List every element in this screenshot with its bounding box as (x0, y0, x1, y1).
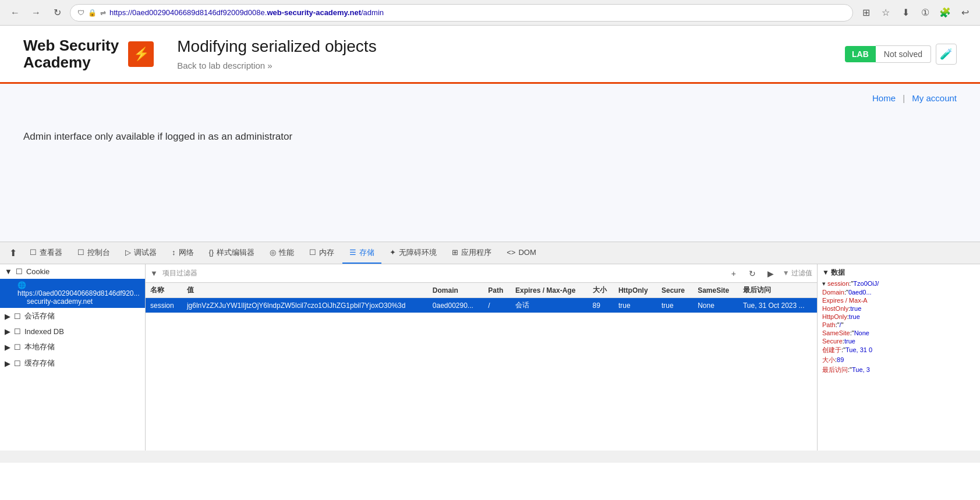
cookie-domain-item[interactable]: 🌐 https://0aed00290406689d8146df920... s… (0, 279, 145, 308)
lab-status: LAB Not solved 🧪 (845, 44, 957, 65)
page-content: Admin interface only available if logged… (0, 108, 980, 242)
forward-button[interactable]: → (28, 5, 44, 21)
tab-style-label: 样式编辑器 (217, 247, 254, 258)
filter-placeholder[interactable]: 项目过滤器 (162, 268, 197, 278)
session-storage-label: 会话存储 (24, 311, 55, 321)
cookie-domain-sub: security-academy.net (17, 297, 93, 306)
table-row[interactable]: session jg6lnVzZXJuYW1lIjtzOjY6lndpZW5lc… (146, 298, 817, 313)
security-icon: 🛡 (77, 9, 84, 17)
url-prefix: https://0aed00290406689d8146df92009d008e… (109, 8, 267, 17)
delete-button[interactable]: ▶ (764, 267, 778, 281)
data-key-last-access: 最后访问 (822, 366, 848, 373)
data-key-samesite: SameSite (822, 329, 850, 336)
data-key-expires: Expires / Max-A (822, 297, 868, 304)
local-db-icon: ☐ (14, 343, 21, 352)
col-path: Path (483, 283, 511, 298)
data-panel: ▼ 数据 ▾ session:"Tzo0OiJ/ Domain:"0aed0..… (817, 264, 980, 451)
data-colon8: :" (841, 346, 845, 353)
my-account-link[interactable]: My account (912, 93, 957, 103)
data-key-secure: Secure (822, 338, 843, 345)
devtools-tabs: ⬆ ☐ 查看器 ☐ 控制台 ▷ 调试器 ↕ 网络 {} 样式编辑器 ◎ 性能 ☐… (0, 242, 980, 264)
cell-last-accessed: Tue, 31 Oct 2023 ... (738, 298, 817, 313)
indexed-db-group[interactable]: ▶ ☐ Indexed DB (0, 324, 145, 339)
logo-area: Web SecurityAcademy ⚡ (23, 37, 154, 70)
tab-network-label: 网络 (179, 247, 194, 258)
download-button[interactable]: ⬇ (897, 5, 914, 21)
star-button[interactable]: ☆ (878, 5, 894, 21)
tab-application[interactable]: ⊞ 应用程序 (445, 242, 498, 264)
local-expand-arrow: ▶ (5, 343, 10, 352)
tab-inspector[interactable]: ☐ 查看器 (23, 242, 69, 264)
devtools-panel: ⬆ ☐ 查看器 ☐ 控制台 ▷ 调试器 ↕ 网络 {} 样式编辑器 ◎ 性能 ☐… (0, 242, 980, 463)
network-icon: ↕ (172, 248, 176, 257)
tab-debugger-label: 调试器 (134, 247, 157, 258)
application-icon: ⊞ (452, 248, 458, 257)
col-expires: Expires / Max-Age (511, 283, 588, 298)
tab-dom[interactable]: <> DOM (500, 242, 543, 264)
chrome-actions: ⊞ ☆ ⬇ ① 🧩 ↩ (858, 5, 973, 21)
refresh-button[interactable]: ↻ (745, 267, 759, 281)
table-header: 名称 值 Domain Path Expires / Max-Age 大小 Ht… (146, 283, 817, 298)
filter-value-label: ▼ 过滤值 (783, 268, 812, 278)
data-created: 创建于:"Tue, 31 0 (822, 346, 975, 354)
page-header: Web SecurityAcademy ⚡ Modifying serializ… (0, 26, 980, 84)
browser-chrome: ← → ↻ 🛡 🔒 ⇌ https://0aed00290406689d8146… (0, 0, 980, 26)
tab-debugger[interactable]: ▷ 调试器 (118, 242, 164, 264)
indexed-db-label: Indexed DB (24, 327, 64, 336)
memory-icon: ☐ (309, 248, 316, 257)
style-icon: {} (209, 248, 214, 257)
storage-sidebar: ▼ ☐ Cookie 🌐 https://0aed00290406689d814… (0, 264, 146, 451)
cookie-db-icon: ☐ (16, 267, 23, 276)
tab-network[interactable]: ↕ 网络 (165, 242, 201, 264)
tab-performance[interactable]: ◎ 性能 (263, 242, 301, 264)
data-hostonly: HostOnly:true (822, 305, 975, 312)
flask-button[interactable]: 🧪 (936, 44, 957, 65)
session-storage-group[interactable]: ▶ ☐ 会话存储 (0, 308, 145, 324)
tab-memory[interactable]: ☐ 内存 (302, 242, 341, 264)
cell-samesite: None (693, 298, 738, 313)
data-key-httponly: HttpOnly (822, 313, 847, 320)
data-value-session: Tzo0OiJ/ (853, 280, 879, 287)
data-panel-title: ▼ 数据 (822, 268, 975, 278)
lab-title: Modifying serialized objects (177, 37, 822, 56)
data-arrow: ▾ (822, 280, 827, 287)
admin-message: Admin interface only available if logged… (23, 119, 957, 143)
dom-icon: <> (507, 248, 515, 257)
home-link[interactable]: Home (872, 93, 896, 103)
back-to-lab-link[interactable]: Back to lab description » (177, 61, 822, 70)
extensions-button[interactable]: 🧩 (937, 5, 953, 21)
tab-console[interactable]: ☐ 控制台 (70, 242, 117, 264)
session-db-icon: ☐ (14, 312, 21, 321)
data-samesite: SameSite:"None (822, 329, 975, 336)
col-name: 名称 (146, 283, 182, 298)
local-storage-group[interactable]: ▶ ☐ 本地存储 (0, 339, 145, 355)
tab-storage[interactable]: ☰ 存储 (342, 242, 381, 264)
devtools-pointer-icon[interactable]: ⬆ (5, 245, 22, 261)
data-value-secure: true (844, 338, 855, 345)
col-samesite: SameSite (693, 283, 738, 298)
reload-button[interactable]: ↻ (49, 5, 65, 21)
table-body: session jg6lnVzZXJuYW1lIjtzOjY6lndpZW5lc… (146, 298, 817, 313)
qr-button[interactable]: ⊞ (858, 5, 874, 21)
address-bar[interactable]: 🛡 🔒 ⇌ https://0aed00290406689d8146df9200… (70, 4, 853, 22)
accessibility-icon: ✦ (390, 248, 396, 257)
cookie-group-header[interactable]: ▼ ☐ Cookie (0, 264, 145, 279)
session-expand-arrow: ▶ (5, 312, 10, 321)
add-cookie-button[interactable]: + (727, 267, 741, 281)
cache-storage-group[interactable]: ▶ ☐ 缓存存储 (0, 355, 145, 371)
data-value-size: 89 (837, 356, 844, 363)
tab-style-editor[interactable]: {} 样式编辑器 (202, 242, 262, 264)
tab-accessibility[interactable]: ✦ 无障碍环境 (383, 242, 444, 264)
data-secure: Secure:true (822, 338, 975, 345)
back-button[interactable]: ← (7, 5, 23, 21)
data-value-domain: 0aed0... (848, 289, 872, 296)
col-last-accessed: 最后访问 (738, 283, 817, 298)
data-value-httponly: true (849, 313, 860, 320)
logo-text-line1: Web SecurityAcademy (23, 37, 119, 70)
undo-button[interactable]: ↩ (957, 5, 973, 21)
url-path: /admin (361, 8, 384, 17)
profile-button[interactable]: ① (917, 5, 933, 21)
lab-solved-status: Not solved (876, 45, 931, 63)
tab-inspector-label: 查看器 (40, 247, 62, 258)
data-expires: Expires / Max-A (822, 297, 975, 304)
